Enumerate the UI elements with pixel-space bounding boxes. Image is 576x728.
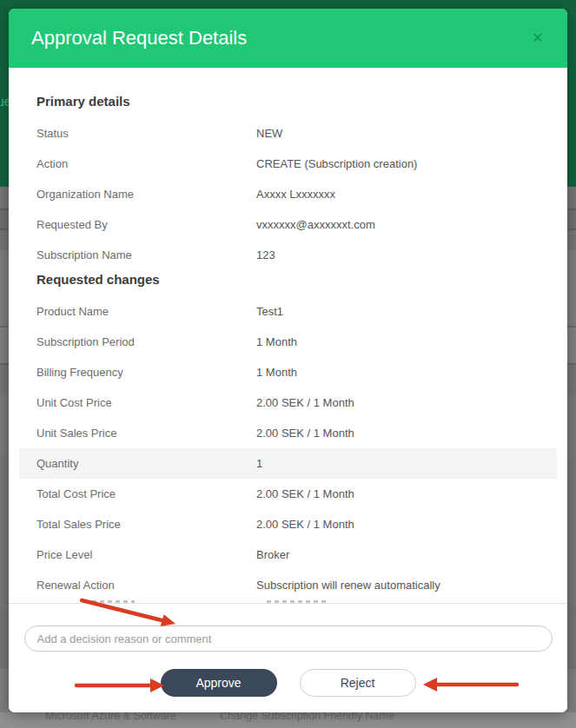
approval-request-modal: Approval Request Details ✕ Primary detai…: [9, 9, 567, 712]
row-label: Action: [36, 157, 256, 170]
modal-footer: Approve Reject: [9, 603, 567, 712]
row-label: Unit Cost Price: [36, 396, 256, 409]
row-value: 1: [256, 457, 262, 470]
row-label: Status: [36, 127, 256, 140]
row-label: Price Level: [36, 548, 256, 561]
detail-row: Price LevelBroker: [19, 539, 557, 570]
detail-row: Requested Byvxxxxxx@axxxxxxt.com: [19, 209, 557, 240]
row-label: Total Cost Price: [36, 487, 256, 500]
row-value: Test1: [256, 305, 283, 318]
decision-button-row: Approve Reject: [9, 669, 567, 697]
decision-comment-input[interactable]: [24, 625, 553, 652]
row-label: Product Name: [36, 305, 256, 318]
modal-body: Primary detailsStatusNEWActionCREATE (Su…: [9, 68, 567, 603]
row-label: Subscription Period: [36, 335, 256, 348]
detail-row: Billing Frequency1 Month: [19, 357, 557, 387]
row-value: 1 Month: [256, 366, 297, 379]
row-label: Requested By: [36, 218, 256, 231]
detail-row: Unit Cost Price2.00 SEK / 1 Month: [19, 387, 557, 418]
section-heading: Primary details: [19, 92, 557, 111]
row-label: Billing Frequency: [36, 366, 256, 379]
detail-row: Total Sales Price2.00 SEK / 1 Month: [19, 509, 557, 539]
row-label: Quantity: [36, 457, 256, 470]
modal-title: Approval Request Details: [31, 9, 247, 68]
detail-row: Unit Sales Price2.00 SEK / 1 Month: [19, 418, 557, 448]
detail-row: ActionCREATE (Subscription creation): [19, 149, 557, 179]
detail-row: Total Cost Price2.00 SEK / 1 Month: [19, 479, 557, 509]
detail-row: Renewal ActionSubscription will renew au…: [19, 570, 557, 600]
detail-row: Product NameTest1: [19, 296, 557, 327]
row-label: Organization Name: [36, 188, 256, 201]
modal-header: Approval Request Details ✕: [9, 9, 567, 68]
row-value: Broker: [256, 548, 289, 561]
row-label: Total Sales Price: [36, 518, 256, 531]
row-value: 2.00 SEK / 1 Month: [256, 427, 354, 440]
row-value: 2.00 SEK / 1 Month: [256, 396, 354, 409]
reject-button[interactable]: Reject: [300, 669, 416, 697]
detail-row: Subscription Name123: [19, 240, 557, 270]
row-value: 2.00 SEK / 1 Month: [256, 487, 354, 500]
row-label: Unit Sales Price: [36, 427, 256, 440]
section-heading: Requested changes: [19, 270, 557, 289]
row-value: 123: [256, 248, 275, 261]
row-label: Renewal Action: [36, 579, 256, 592]
detail-row: Quantity1: [19, 448, 557, 479]
detail-row: Organization NameAxxxx Lxxxxxxx: [19, 179, 557, 209]
detail-row: StatusNEW: [19, 118, 557, 149]
approve-button[interactable]: Approve: [161, 669, 277, 697]
row-value: 2.00 SEK / 1 Month: [256, 518, 354, 531]
clipped-row: [19, 600, 557, 603]
row-value: Subscription will renew automatically: [256, 579, 440, 592]
row-value: 1 Month: [256, 335, 297, 348]
row-label: Subscription Name: [36, 248, 256, 261]
row-value: CREATE (Subscription creation): [256, 157, 417, 170]
row-value: NEW: [256, 127, 282, 140]
close-icon[interactable]: ✕: [529, 30, 546, 47]
row-value: vxxxxxx@axxxxxxt.com: [256, 218, 375, 231]
detail-row: Subscription Period1 Month: [19, 327, 557, 357]
row-value: Axxxx Lxxxxxxx: [256, 188, 335, 201]
